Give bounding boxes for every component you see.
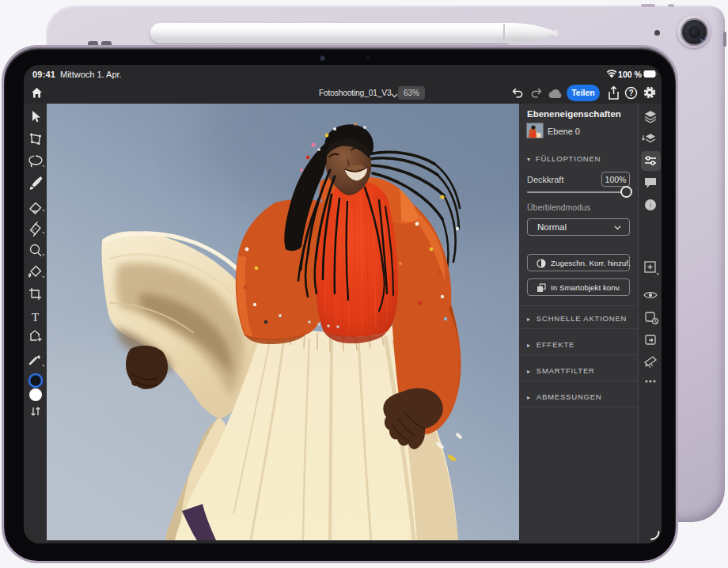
svg-text:?: ? xyxy=(629,89,634,97)
svg-text:100 %: 100 % xyxy=(618,70,643,79)
svg-text:T: T xyxy=(32,311,39,324)
